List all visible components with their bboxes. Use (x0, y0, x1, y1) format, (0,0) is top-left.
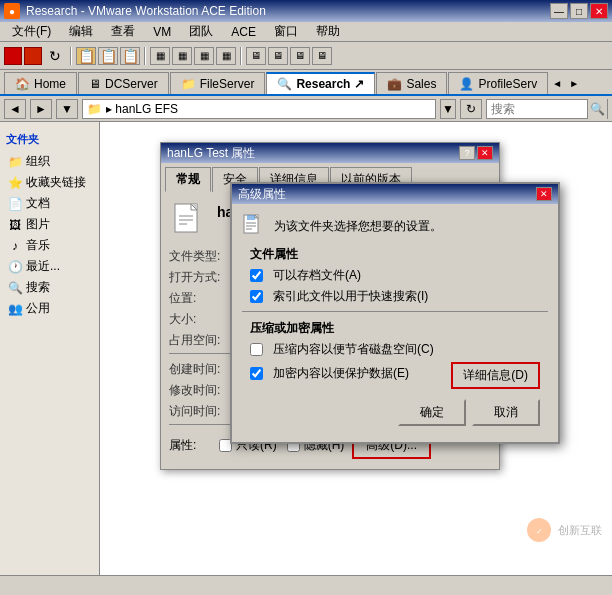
menu-file[interactable]: 文件(F) (4, 21, 59, 42)
documents-icon: 📄 (8, 197, 22, 211)
toolbar-red-btn2[interactable] (24, 47, 42, 65)
sidebar-item-music-label: 音乐 (26, 237, 50, 254)
tab-dcserver-label: DCServer (105, 77, 158, 91)
adv-archive-label: 可以存档文件(A) (273, 267, 361, 284)
sidebar-item-music[interactable]: ♪ 音乐 (0, 235, 99, 256)
tab-dcserver[interactable]: 🖥 DCServer (78, 72, 169, 94)
adv-cancel-button[interactable]: 取消 (472, 399, 540, 426)
toolbar-btn1[interactable]: 📋 (76, 47, 96, 65)
menu-help[interactable]: 帮助 (308, 21, 348, 42)
menu-view[interactable]: 查看 (103, 21, 143, 42)
toolbar-btn3[interactable]: 📋 (120, 47, 140, 65)
tab-home-icon: 🏠 (15, 77, 30, 91)
search-box[interactable]: 🔍 (486, 99, 608, 119)
adv-divider (242, 311, 548, 312)
menu-windows[interactable]: 窗口 (266, 21, 306, 42)
toolbar-sep1 (70, 47, 72, 65)
title-bar-left: ● Research - VMware Workstation ACE Edit… (4, 3, 266, 19)
sidebar-item-favorites[interactable]: ⭐ 收藏夹链接 (0, 172, 99, 193)
tab-fileserver-icon: 📁 (181, 77, 196, 91)
toolbar-btn7[interactable]: ▦ (216, 47, 236, 65)
title-bar-controls[interactable]: — □ ✕ (550, 3, 608, 19)
sidebar: 文件夹 📁 组织 ⭐ 收藏夹链接 📄 文档 🖼 图片 ♪ 音乐 🕐 最近... … (0, 122, 100, 575)
tab-next-arrow[interactable]: ► (566, 72, 582, 94)
adv-archive-checkbox[interactable] (250, 269, 263, 282)
sidebar-item-search-label: 搜索 (26, 279, 50, 296)
prop-location-label: 位置: (169, 290, 239, 307)
adv-encrypt-checkbox[interactable] (250, 367, 263, 380)
advanced-close-btn[interactable]: ✕ (536, 187, 552, 201)
toolbar-vm-btn[interactable]: 🖥 (246, 47, 266, 65)
tab-home-label: Home (34, 77, 66, 91)
sidebar-item-documents-label: 文档 (26, 195, 50, 212)
address-dropdown-btn[interactable]: ▼ (440, 99, 456, 119)
tab-general[interactable]: 常规 (165, 167, 211, 192)
menu-bar: 文件(F) 编辑 查看 VM 团队 ACE 窗口 帮助 (0, 22, 612, 42)
search-button[interactable]: 🔍 (587, 99, 607, 119)
adv-compress-checkbox[interactable] (250, 343, 263, 356)
title-bar: ● Research - VMware Workstation ACE Edit… (0, 0, 612, 22)
tab-sales-icon: 💼 (387, 77, 402, 91)
organize-icon: 📁 (8, 155, 22, 169)
adv-desc: 为该文件夹选择您想要的设置。 (242, 214, 548, 238)
advanced-title-bar: 高级属性 ✕ (232, 184, 558, 204)
public-icon: 👥 (8, 302, 22, 316)
tab-profileserv-label: ProfileServ (478, 77, 537, 91)
sidebar-item-recent-label: 最近... (26, 258, 60, 275)
menu-team[interactable]: 团队 (181, 21, 221, 42)
sidebar-item-search[interactable]: 🔍 搜索 (0, 277, 99, 298)
tab-prev-arrow[interactable]: ◄ (549, 72, 565, 94)
toolbar-vm-btn4[interactable]: 🖥 (312, 47, 332, 65)
maximize-button[interactable]: □ (570, 3, 588, 19)
address-input[interactable]: 📁 ▸ hanLG EFS (82, 99, 436, 119)
search-input[interactable] (487, 100, 587, 118)
sidebar-item-pictures[interactable]: 🖼 图片 (0, 214, 99, 235)
nav-dropdown-button[interactable]: ▼ (56, 99, 78, 119)
adv-ok-button[interactable]: 确定 (398, 399, 466, 426)
close-button[interactable]: ✕ (590, 3, 608, 19)
adv-compress-row: 压缩内容以便节省磁盘空间(C) (250, 341, 540, 358)
properties-controls[interactable]: ? ✕ (459, 146, 493, 160)
adv-encrypt-row: 加密内容以便保护数据(E) (250, 365, 451, 382)
adv-desc-icon (242, 214, 266, 238)
nav-refresh-btn[interactable]: ↻ (460, 99, 482, 119)
tab-dcserver-icon: 🖥 (89, 77, 101, 91)
minimize-button[interactable]: — (550, 3, 568, 19)
toolbar-btn4[interactable]: ▦ (150, 47, 170, 65)
adv-detail-button[interactable]: 详细信息(D) (451, 362, 540, 389)
sidebar-header: 文件夹 (6, 130, 93, 149)
back-button[interactable]: ◄ (4, 99, 26, 119)
music-icon: ♪ (8, 239, 22, 253)
toolbar-refresh-btn[interactable]: ↻ (44, 45, 66, 67)
menu-ace[interactable]: ACE (223, 23, 264, 41)
tab-research[interactable]: 🔍 Research ↗ (266, 72, 375, 94)
toolbar-btn2[interactable]: 📋 (98, 47, 118, 65)
toolbar-vm-btn3[interactable]: 🖥 (290, 47, 310, 65)
toolbar-red-btn[interactable] (4, 47, 22, 65)
menu-vm[interactable]: VM (145, 23, 179, 41)
tab-profileserv[interactable]: 👤 ProfileServ (448, 72, 548, 94)
sidebar-item-recent[interactable]: 🕐 最近... (0, 256, 99, 277)
tab-bar: 🏠 Home 🖥 DCServer 📁 FileServer 🔍 Researc… (0, 70, 612, 96)
adv-index-checkbox[interactable] (250, 290, 263, 303)
recent-icon: 🕐 (8, 260, 22, 274)
tab-fileserver[interactable]: 📁 FileServer (170, 72, 266, 94)
adv-compress-label: 压缩内容以便节省磁盘空间(C) (273, 341, 434, 358)
sidebar-item-public[interactable]: 👥 公用 (0, 298, 99, 319)
prop-created-label: 创建时间: (169, 361, 239, 378)
tab-research-label: Research (296, 77, 350, 91)
main-content: 文件夹 📁 组织 ⭐ 收藏夹链接 📄 文档 🖼 图片 ♪ 音乐 🕐 最近... … (0, 122, 612, 575)
toolbar-btn5[interactable]: ▦ (172, 47, 192, 65)
sidebar-item-documents[interactable]: 📄 文档 (0, 193, 99, 214)
tab-sales[interactable]: 💼 Sales (376, 72, 447, 94)
menu-edit[interactable]: 编辑 (61, 21, 101, 42)
properties-close-btn[interactable]: ✕ (477, 146, 493, 160)
sidebar-item-organize[interactable]: 📁 组织 (0, 151, 99, 172)
tab-home[interactable]: 🏠 Home (4, 72, 77, 94)
toolbar-vm-btn2[interactable]: 🖥 (268, 47, 288, 65)
app-icon: ● (4, 3, 20, 19)
toolbar-btn6[interactable]: ▦ (194, 47, 214, 65)
forward-button[interactable]: ► (30, 99, 52, 119)
adv-encrypt-label: 加密内容以便保护数据(E) (273, 365, 409, 382)
properties-help-btn[interactable]: ? (459, 146, 475, 160)
